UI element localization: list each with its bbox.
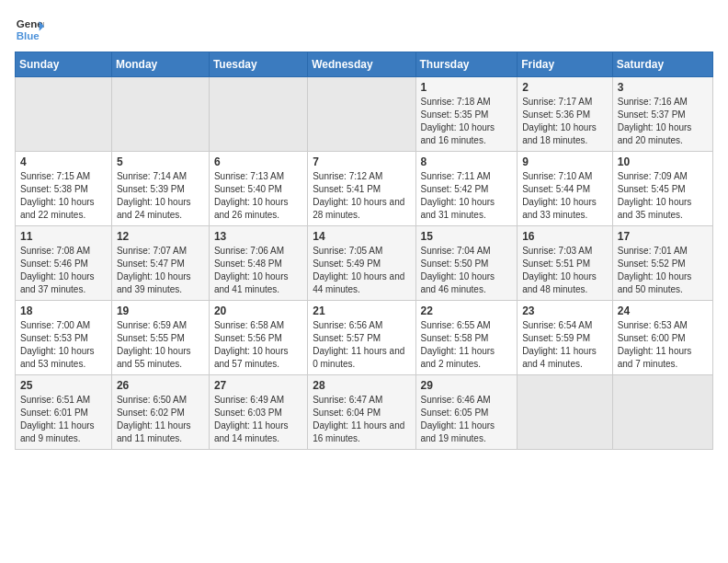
day-info: Sunrise: 7:17 AMSunset: 5:36 PMDaylight:… xyxy=(522,96,608,147)
day-number: 25 xyxy=(20,379,107,392)
header-wednesday: Wednesday xyxy=(308,52,415,77)
day-info: Sunrise: 6:49 AMSunset: 6:03 PMDaylight:… xyxy=(214,394,302,445)
day-number: 5 xyxy=(117,155,204,168)
day-number: 18 xyxy=(20,304,107,317)
day-number: 16 xyxy=(522,230,608,243)
calendar-cell xyxy=(308,77,415,152)
day-number: 12 xyxy=(117,230,204,243)
calendar-week-row: 18Sunrise: 7:00 AMSunset: 5:53 PMDayligh… xyxy=(16,301,713,375)
day-info: Sunrise: 7:05 AMSunset: 5:49 PMDaylight:… xyxy=(313,245,410,296)
day-number: 9 xyxy=(522,155,608,168)
day-info: Sunrise: 7:04 AMSunset: 5:50 PMDaylight:… xyxy=(421,245,513,296)
calendar-cell: 4Sunrise: 7:15 AMSunset: 5:38 PMDaylight… xyxy=(16,152,112,226)
page-header: General Blue xyxy=(15,15,713,44)
calendar-cell: 29Sunrise: 6:46 AMSunset: 6:05 PMDayligh… xyxy=(415,375,518,450)
calendar-table: SundayMondayTuesdayWednesdayThursdayFrid… xyxy=(15,52,713,450)
day-info: Sunrise: 6:50 AMSunset: 6:02 PMDaylight:… xyxy=(117,394,204,445)
header-tuesday: Tuesday xyxy=(209,52,307,77)
day-info: Sunrise: 7:08 AMSunset: 5:46 PMDaylight:… xyxy=(20,245,107,296)
day-number: 10 xyxy=(618,155,708,168)
calendar-cell: 8Sunrise: 7:11 AMSunset: 5:42 PMDaylight… xyxy=(415,152,518,226)
day-number: 22 xyxy=(421,304,513,317)
calendar-cell: 3Sunrise: 7:16 AMSunset: 5:37 PMDaylight… xyxy=(612,77,712,152)
calendar-cell: 23Sunrise: 6:54 AMSunset: 5:59 PMDayligh… xyxy=(518,301,613,375)
day-number: 20 xyxy=(214,304,302,317)
day-info: Sunrise: 6:53 AMSunset: 6:00 PMDaylight:… xyxy=(618,319,708,371)
day-number: 2 xyxy=(522,81,608,94)
day-info: Sunrise: 6:59 AMSunset: 5:55 PMDaylight:… xyxy=(117,319,204,371)
day-number: 8 xyxy=(421,155,513,168)
logo: General Blue xyxy=(15,15,44,44)
calendar-cell: 21Sunrise: 6:56 AMSunset: 5:57 PMDayligh… xyxy=(308,301,415,375)
calendar-cell: 16Sunrise: 7:03 AMSunset: 5:51 PMDayligh… xyxy=(518,226,613,301)
calendar-cell: 14Sunrise: 7:05 AMSunset: 5:49 PMDayligh… xyxy=(308,226,415,301)
day-info: Sunrise: 6:51 AMSunset: 6:01 PMDaylight:… xyxy=(20,394,107,445)
calendar-cell xyxy=(518,375,613,450)
calendar-cell: 5Sunrise: 7:14 AMSunset: 5:39 PMDaylight… xyxy=(111,152,209,226)
day-info: Sunrise: 7:15 AMSunset: 5:38 PMDaylight:… xyxy=(20,170,107,222)
svg-text:Blue: Blue xyxy=(17,30,40,41)
header-monday: Monday xyxy=(111,52,209,77)
calendar-cell: 27Sunrise: 6:49 AMSunset: 6:03 PMDayligh… xyxy=(209,375,307,450)
day-number: 13 xyxy=(214,230,302,243)
calendar-cell: 7Sunrise: 7:12 AMSunset: 5:41 PMDaylight… xyxy=(308,152,415,226)
calendar-cell: 24Sunrise: 6:53 AMSunset: 6:00 PMDayligh… xyxy=(612,301,712,375)
header-saturday: Saturday xyxy=(612,52,712,77)
header-thursday: Thursday xyxy=(415,52,518,77)
day-info: Sunrise: 7:00 AMSunset: 5:53 PMDaylight:… xyxy=(20,319,107,371)
calendar-cell: 11Sunrise: 7:08 AMSunset: 5:46 PMDayligh… xyxy=(16,226,112,301)
day-number: 24 xyxy=(618,304,708,317)
day-number: 29 xyxy=(421,379,513,392)
calendar-cell: 12Sunrise: 7:07 AMSunset: 5:47 PMDayligh… xyxy=(111,226,209,301)
day-number: 21 xyxy=(313,304,410,317)
calendar-cell: 15Sunrise: 7:04 AMSunset: 5:50 PMDayligh… xyxy=(415,226,518,301)
day-number: 27 xyxy=(214,379,302,392)
calendar-cell: 1Sunrise: 7:18 AMSunset: 5:35 PMDaylight… xyxy=(415,77,518,152)
calendar-cell: 18Sunrise: 7:00 AMSunset: 5:53 PMDayligh… xyxy=(16,301,112,375)
day-info: Sunrise: 6:46 AMSunset: 6:05 PMDaylight:… xyxy=(421,394,513,445)
day-number: 11 xyxy=(20,230,107,243)
calendar-cell: 2Sunrise: 7:17 AMSunset: 5:36 PMDaylight… xyxy=(518,77,613,152)
day-info: Sunrise: 7:14 AMSunset: 5:39 PMDaylight:… xyxy=(117,170,204,222)
day-number: 23 xyxy=(522,304,608,317)
day-info: Sunrise: 6:47 AMSunset: 6:04 PMDaylight:… xyxy=(313,394,410,445)
day-number: 26 xyxy=(117,379,204,392)
calendar-week-row: 4Sunrise: 7:15 AMSunset: 5:38 PMDaylight… xyxy=(16,152,713,226)
calendar-cell xyxy=(111,77,209,152)
logo-icon: General Blue xyxy=(15,15,44,44)
day-number: 17 xyxy=(618,230,708,243)
calendar-cell xyxy=(612,375,712,450)
day-info: Sunrise: 6:54 AMSunset: 5:59 PMDaylight:… xyxy=(522,319,608,371)
calendar-cell: 19Sunrise: 6:59 AMSunset: 5:55 PMDayligh… xyxy=(111,301,209,375)
day-info: Sunrise: 7:10 AMSunset: 5:44 PMDaylight:… xyxy=(522,170,608,222)
day-info: Sunrise: 6:56 AMSunset: 5:57 PMDaylight:… xyxy=(313,319,410,371)
header-sunday: Sunday xyxy=(16,52,112,77)
day-info: Sunrise: 6:58 AMSunset: 5:56 PMDaylight:… xyxy=(214,319,302,371)
calendar-cell xyxy=(209,77,307,152)
day-info: Sunrise: 7:11 AMSunset: 5:42 PMDaylight:… xyxy=(421,170,513,222)
calendar-cell: 6Sunrise: 7:13 AMSunset: 5:40 PMDaylight… xyxy=(209,152,307,226)
calendar-cell: 22Sunrise: 6:55 AMSunset: 5:58 PMDayligh… xyxy=(415,301,518,375)
calendar-week-row: 1Sunrise: 7:18 AMSunset: 5:35 PMDaylight… xyxy=(16,77,713,152)
calendar-cell xyxy=(16,77,112,152)
day-info: Sunrise: 6:55 AMSunset: 5:58 PMDaylight:… xyxy=(421,319,513,371)
day-info: Sunrise: 7:06 AMSunset: 5:48 PMDaylight:… xyxy=(214,245,302,296)
calendar-cell: 20Sunrise: 6:58 AMSunset: 5:56 PMDayligh… xyxy=(209,301,307,375)
day-number: 7 xyxy=(313,155,410,168)
header-friday: Friday xyxy=(518,52,613,77)
day-number: 4 xyxy=(20,155,107,168)
calendar-cell: 28Sunrise: 6:47 AMSunset: 6:04 PMDayligh… xyxy=(308,375,415,450)
calendar-cell: 25Sunrise: 6:51 AMSunset: 6:01 PMDayligh… xyxy=(16,375,112,450)
day-info: Sunrise: 7:03 AMSunset: 5:51 PMDaylight:… xyxy=(522,245,608,296)
calendar-cell: 26Sunrise: 6:50 AMSunset: 6:02 PMDayligh… xyxy=(111,375,209,450)
day-info: Sunrise: 7:13 AMSunset: 5:40 PMDaylight:… xyxy=(214,170,302,222)
day-number: 28 xyxy=(313,379,410,392)
day-number: 3 xyxy=(618,81,708,94)
calendar-cell: 9Sunrise: 7:10 AMSunset: 5:44 PMDaylight… xyxy=(518,152,613,226)
day-info: Sunrise: 7:01 AMSunset: 5:52 PMDaylight:… xyxy=(618,245,708,296)
calendar-cell: 13Sunrise: 7:06 AMSunset: 5:48 PMDayligh… xyxy=(209,226,307,301)
calendar-cell: 10Sunrise: 7:09 AMSunset: 5:45 PMDayligh… xyxy=(612,152,712,226)
day-number: 1 xyxy=(421,81,513,94)
day-info: Sunrise: 7:09 AMSunset: 5:45 PMDaylight:… xyxy=(618,170,708,222)
calendar-week-row: 25Sunrise: 6:51 AMSunset: 6:01 PMDayligh… xyxy=(16,375,713,450)
